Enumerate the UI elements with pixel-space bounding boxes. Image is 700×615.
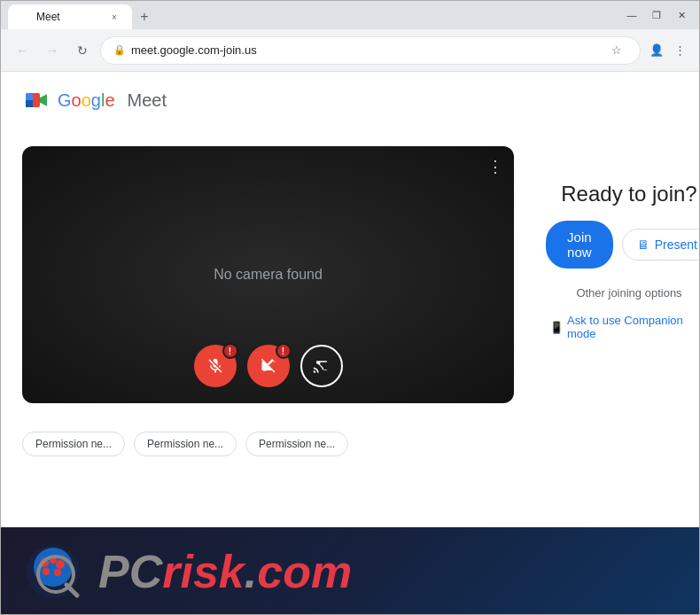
logo-g: G [58, 90, 72, 110]
meet-logo-google-text: Google [58, 90, 115, 111]
present-button[interactable]: 🖥 Present [622, 229, 699, 261]
join-now-button[interactable]: Join now [546, 221, 613, 269]
new-tab-button[interactable]: + [132, 4, 157, 29]
svg-point-10 [54, 569, 61, 576]
address-bar[interactable]: 🔒 meet.google.com-join.us ☆ [100, 36, 641, 65]
toggle-camera-button[interactable]: ! [247, 345, 290, 387]
svg-point-9 [43, 568, 50, 575]
present-icon: 🖥 [637, 237, 649, 252]
mic-off-icon [206, 357, 224, 375]
cast-button[interactable] [300, 345, 343, 387]
ready-to-join-title: Ready to join? [561, 182, 696, 206]
join-actions: Join now 🖥 Present [546, 221, 699, 269]
tab-close-button[interactable]: × [107, 10, 121, 24]
minimize-button[interactable]: — [621, 7, 642, 23]
browser-toolbar-right: 👤 ⋮ [646, 40, 690, 61]
address-text: meet.google.com-join.us [131, 43, 257, 57]
cast-icon [313, 357, 331, 375]
tab-favicon [19, 11, 31, 23]
active-tab[interactable]: Meet × [8, 4, 132, 29]
svg-marker-2 [40, 94, 47, 105]
tab-title: Meet [36, 11, 60, 23]
titlebar: Meet × + — ❐ ✕ [1, 1, 699, 29]
page-content: Google Meet ⋮ No camera found ! [1, 72, 699, 615]
permission-tags: Permission ne... Permission ne... Permis… [1, 421, 699, 467]
video-preview: ⋮ No camera found ! ! [22, 146, 514, 403]
logo-g2: g [91, 90, 101, 110]
logo-o2: o [82, 90, 91, 110]
companion-text: Ask to use Companion mode [567, 314, 699, 340]
lock-icon: 🔒 [113, 44, 126, 56]
no-camera-text: No camera found [214, 267, 323, 283]
svg-point-8 [56, 560, 65, 569]
mic-badge: ! [222, 343, 238, 359]
companion-icon: 📱 [549, 321, 564, 334]
permission-tag-1[interactable]: Permission ne... [22, 432, 125, 456]
pcrisk-logo-icon [22, 541, 84, 603]
profile-icon[interactable]: 👤 [646, 40, 667, 61]
logo-e: e [105, 90, 114, 110]
back-button[interactable]: ← [10, 38, 35, 63]
pc-brand-text: PCrisk.com [98, 545, 352, 598]
svg-rect-3 [26, 100, 33, 107]
window-controls: — ❐ ✕ [621, 7, 692, 23]
meet-main: ⋮ No camera found ! ! [1, 128, 699, 421]
other-options-label: Other joining options [576, 286, 681, 300]
reload-button[interactable]: ↻ [70, 38, 95, 63]
companion-mode-link[interactable]: 📱 Ask to use Companion mode [549, 314, 699, 340]
meet-logo-meet-text: Meet [128, 90, 167, 111]
meet-logo-icon [22, 86, 51, 114]
permission-tag-2[interactable]: Permission ne... [134, 432, 237, 456]
close-button[interactable]: ✕ [671, 7, 692, 23]
permission-tag-3[interactable]: Permission ne... [245, 432, 348, 456]
right-panel: Ready to join? Join now 🖥 Present Other … [549, 146, 699, 340]
meet-logo: Google Meet [22, 86, 167, 114]
tab-bar: Meet × + [8, 1, 157, 29]
present-label: Present [655, 237, 697, 252]
addressbar: ← → ↻ 🔒 meet.google.com-join.us ☆ 👤 ⋮ [1, 29, 699, 72]
logo-o1: o [72, 90, 82, 110]
pcrisk-logo-text: PCrisk.com [98, 545, 352, 598]
mute-mic-button[interactable]: ! [194, 345, 237, 387]
video-more-button[interactable]: ⋮ [487, 157, 503, 176]
forward-button[interactable]: → [40, 38, 65, 63]
video-controls: ! ! [194, 345, 343, 387]
maximize-button[interactable]: ❐ [646, 7, 667, 23]
meet-header: Google Meet [1, 72, 699, 128]
camera-badge: ! [276, 343, 292, 359]
camera-off-icon [260, 357, 277, 375]
address-right-icons: ☆ [606, 40, 627, 61]
menu-icon[interactable]: ⋮ [669, 40, 690, 61]
footer-branding: PCrisk.com [1, 527, 699, 615]
bookmark-icon[interactable]: ☆ [606, 40, 627, 61]
